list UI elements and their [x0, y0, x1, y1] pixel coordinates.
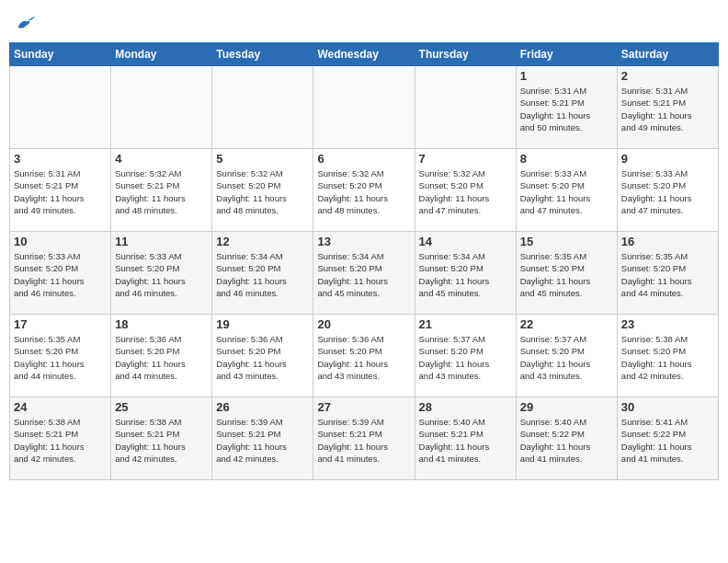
weekday-header-thursday: Thursday — [415, 43, 516, 66]
day-number: 30 — [621, 400, 714, 414]
calendar-cell: 22Sunrise: 5:37 AM Sunset: 5:20 PM Dayli… — [516, 315, 617, 397]
day-number: 2 — [621, 69, 714, 83]
cell-info: Sunrise: 5:35 AM Sunset: 5:20 PM Dayligh… — [14, 333, 107, 382]
calendar-cell: 30Sunrise: 5:41 AM Sunset: 5:22 PM Dayli… — [617, 397, 718, 480]
calendar-cell — [111, 66, 212, 149]
day-number: 9 — [621, 152, 714, 166]
day-number: 13 — [317, 235, 410, 248]
page-header — [9, 9, 719, 37]
calendar-body: 1Sunrise: 5:31 AM Sunset: 5:21 PM Daylig… — [10, 66, 719, 480]
calendar-cell: 2Sunrise: 5:31 AM Sunset: 5:21 PM Daylig… — [617, 66, 718, 149]
day-number: 18 — [115, 317, 208, 331]
calendar-cell: 23Sunrise: 5:38 AM Sunset: 5:20 PM Dayli… — [617, 315, 718, 397]
day-number: 22 — [520, 317, 613, 331]
cell-info: Sunrise: 5:32 AM Sunset: 5:20 PM Dayligh… — [216, 167, 309, 216]
day-number: 11 — [115, 235, 208, 248]
day-number: 28 — [419, 400, 512, 414]
weekday-row: SundayMondayTuesdayWednesdayThursdayFrid… — [10, 43, 719, 66]
cell-info: Sunrise: 5:37 AM Sunset: 5:20 PM Dayligh… — [520, 333, 613, 382]
day-number: 3 — [14, 152, 107, 166]
calendar-cell: 28Sunrise: 5:40 AM Sunset: 5:21 PM Dayli… — [415, 397, 516, 480]
calendar-cell: 17Sunrise: 5:35 AM Sunset: 5:20 PM Dayli… — [10, 315, 111, 397]
cell-info: Sunrise: 5:36 AM Sunset: 5:20 PM Dayligh… — [115, 333, 208, 382]
calendar-cell: 29Sunrise: 5:40 AM Sunset: 5:22 PM Dayli… — [516, 397, 617, 480]
calendar-cell: 14Sunrise: 5:34 AM Sunset: 5:20 PM Dayli… — [415, 232, 516, 315]
calendar-cell — [10, 66, 111, 149]
calendar-cell: 7Sunrise: 5:32 AM Sunset: 5:20 PM Daylig… — [415, 149, 516, 232]
calendar-cell: 18Sunrise: 5:36 AM Sunset: 5:20 PM Dayli… — [111, 315, 212, 397]
calendar-cell: 11Sunrise: 5:33 AM Sunset: 5:20 PM Dayli… — [111, 232, 212, 315]
cell-info: Sunrise: 5:41 AM Sunset: 5:22 PM Dayligh… — [621, 416, 714, 465]
calendar-cell — [313, 66, 415, 149]
logo-bird-icon — [17, 15, 37, 31]
calendar-week-row: 3Sunrise: 5:31 AM Sunset: 5:21 PM Daylig… — [10, 149, 719, 232]
cell-info: Sunrise: 5:33 AM Sunset: 5:20 PM Dayligh… — [621, 167, 714, 216]
day-number: 14 — [419, 235, 512, 248]
cell-info: Sunrise: 5:35 AM Sunset: 5:20 PM Dayligh… — [621, 250, 714, 299]
day-number: 8 — [520, 152, 613, 166]
calendar-header: SundayMondayTuesdayWednesdayThursdayFrid… — [10, 43, 719, 66]
cell-info: Sunrise: 5:38 AM Sunset: 5:20 PM Dayligh… — [621, 333, 714, 382]
cell-info: Sunrise: 5:38 AM Sunset: 5:21 PM Dayligh… — [115, 416, 208, 465]
day-number: 21 — [419, 317, 512, 331]
cell-info: Sunrise: 5:34 AM Sunset: 5:20 PM Dayligh… — [216, 250, 309, 299]
calendar-week-row: 1Sunrise: 5:31 AM Sunset: 5:21 PM Daylig… — [10, 66, 719, 149]
cell-info: Sunrise: 5:32 AM Sunset: 5:20 PM Dayligh… — [317, 167, 410, 216]
weekday-header-monday: Monday — [111, 43, 212, 66]
cell-info: Sunrise: 5:39 AM Sunset: 5:21 PM Dayligh… — [317, 416, 410, 465]
day-number: 29 — [520, 400, 613, 414]
cell-info: Sunrise: 5:33 AM Sunset: 5:20 PM Dayligh… — [115, 250, 208, 299]
calendar-cell: 10Sunrise: 5:33 AM Sunset: 5:20 PM Dayli… — [10, 232, 111, 315]
day-number: 17 — [14, 317, 107, 331]
day-number: 26 — [216, 400, 309, 414]
cell-info: Sunrise: 5:34 AM Sunset: 5:20 PM Dayligh… — [317, 250, 410, 299]
calendar-week-row: 24Sunrise: 5:38 AM Sunset: 5:21 PM Dayli… — [10, 397, 719, 480]
cell-info: Sunrise: 5:33 AM Sunset: 5:20 PM Dayligh… — [14, 250, 107, 299]
calendar-cell: 6Sunrise: 5:32 AM Sunset: 5:20 PM Daylig… — [313, 149, 415, 232]
cell-info: Sunrise: 5:32 AM Sunset: 5:20 PM Dayligh… — [419, 167, 512, 216]
cell-info: Sunrise: 5:40 AM Sunset: 5:22 PM Dayligh… — [520, 416, 613, 465]
cell-info: Sunrise: 5:37 AM Sunset: 5:20 PM Dayligh… — [419, 333, 512, 382]
calendar-cell: 27Sunrise: 5:39 AM Sunset: 5:21 PM Dayli… — [313, 397, 415, 480]
calendar-cell: 15Sunrise: 5:35 AM Sunset: 5:20 PM Dayli… — [516, 232, 617, 315]
day-number: 4 — [115, 152, 208, 166]
weekday-header-saturday: Saturday — [617, 43, 718, 66]
day-number: 19 — [216, 317, 309, 331]
day-number: 24 — [14, 400, 107, 414]
cell-info: Sunrise: 5:36 AM Sunset: 5:20 PM Dayligh… — [317, 333, 410, 382]
day-number: 25 — [115, 400, 208, 414]
cell-info: Sunrise: 5:31 AM Sunset: 5:21 PM Dayligh… — [621, 85, 714, 133]
calendar-cell: 20Sunrise: 5:36 AM Sunset: 5:20 PM Dayli… — [313, 315, 415, 397]
calendar-cell: 24Sunrise: 5:38 AM Sunset: 5:21 PM Dayli… — [10, 397, 111, 480]
day-number: 10 — [14, 235, 107, 248]
weekday-header-tuesday: Tuesday — [212, 43, 313, 66]
day-number: 5 — [216, 152, 309, 166]
cell-info: Sunrise: 5:31 AM Sunset: 5:21 PM Dayligh… — [520, 85, 613, 133]
calendar-cell: 25Sunrise: 5:38 AM Sunset: 5:21 PM Dayli… — [111, 397, 212, 480]
weekday-header-friday: Friday — [516, 43, 617, 66]
weekday-header-sunday: Sunday — [10, 43, 111, 66]
cell-info: Sunrise: 5:39 AM Sunset: 5:21 PM Dayligh… — [216, 416, 309, 465]
cell-info: Sunrise: 5:34 AM Sunset: 5:20 PM Dayligh… — [419, 250, 512, 299]
day-number: 20 — [317, 317, 410, 331]
day-number: 16 — [621, 235, 714, 248]
calendar-week-row: 10Sunrise: 5:33 AM Sunset: 5:20 PM Dayli… — [10, 232, 719, 315]
calendar-cell: 26Sunrise: 5:39 AM Sunset: 5:21 PM Dayli… — [212, 397, 313, 480]
calendar-cell: 5Sunrise: 5:32 AM Sunset: 5:20 PM Daylig… — [212, 149, 313, 232]
logo — [9, 9, 42, 37]
calendar-cell: 1Sunrise: 5:31 AM Sunset: 5:21 PM Daylig… — [516, 66, 617, 149]
calendar-cell — [415, 66, 516, 149]
calendar-week-row: 17Sunrise: 5:35 AM Sunset: 5:20 PM Dayli… — [10, 315, 719, 397]
calendar-cell: 3Sunrise: 5:31 AM Sunset: 5:21 PM Daylig… — [10, 149, 111, 232]
cell-info: Sunrise: 5:35 AM Sunset: 5:20 PM Dayligh… — [520, 250, 613, 299]
calendar-cell — [212, 66, 313, 149]
cell-info: Sunrise: 5:33 AM Sunset: 5:20 PM Dayligh… — [520, 167, 613, 216]
day-number: 7 — [419, 152, 512, 166]
day-number: 1 — [520, 69, 613, 83]
calendar-cell: 12Sunrise: 5:34 AM Sunset: 5:20 PM Dayli… — [212, 232, 313, 315]
calendar-cell: 13Sunrise: 5:34 AM Sunset: 5:20 PM Dayli… — [313, 232, 415, 315]
cell-info: Sunrise: 5:31 AM Sunset: 5:21 PM Dayligh… — [14, 167, 107, 216]
calendar-cell: 8Sunrise: 5:33 AM Sunset: 5:20 PM Daylig… — [516, 149, 617, 232]
day-number: 23 — [621, 317, 714, 331]
day-number: 6 — [317, 152, 410, 166]
